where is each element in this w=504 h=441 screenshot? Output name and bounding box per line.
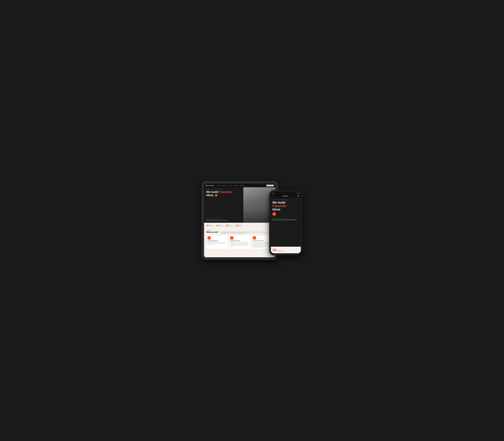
- phone-volume-down-button: [269, 206, 270, 209]
- blockchain-icon: ⬡: [207, 236, 211, 239]
- tablet-hero-title: We build Futuristic Ideas: [206, 190, 241, 197]
- phone-volume-up-button: [269, 202, 270, 205]
- phone-navbar: ≡ arieotech. 🔍: [271, 194, 301, 198]
- nav-resources[interactable]: Resources: [234, 185, 238, 186]
- phone-logo-text: arieotech.: [283, 195, 288, 197]
- tablet-hero-subtitle: Deploying Cutting-edge Solutions for Bus…: [206, 220, 241, 221]
- api-card-title: App/API Micro Services: [230, 240, 250, 241]
- cloud-card-desc: A certified Cloud experts team in all cl…: [253, 242, 272, 248]
- wifi-icon: ▾: [296, 193, 296, 194]
- phone-device: 3:09 ▲ ▾ ▲ 78% ≡ arieotech. 🔍 FROM CREAT…: [270, 190, 302, 255]
- tablet-hero-left: FROM CREATIVE IDEA TO LAUNCHING We build…: [204, 187, 243, 223]
- phone-hero-title: We build Futuristic Ideas: [272, 201, 299, 211]
- tablet-navbar: arieotech. Home Transformations Industri…: [204, 184, 275, 187]
- phone-title-futuristic: Futuristic: [272, 204, 286, 208]
- stat-projects-label: PROJECTSWORLDWIDE: [219, 224, 224, 227]
- battery-indicator: 78%: [298, 193, 299, 194]
- api-icon-symbol: ⊟: [231, 237, 232, 239]
- phone-title-we-build: We build: [272, 201, 285, 204]
- logo-icon: [206, 185, 208, 186]
- services-description: Arieotech's proven solutions make techno…: [221, 230, 273, 234]
- stat-projects-number: 2k: [216, 224, 218, 227]
- arrow-icon: ↗: [273, 213, 275, 215]
- phone-status-icons: ▲ ▾ ▲ 78%: [295, 193, 299, 194]
- stat-conferences-label: VISITEDCONFERENCES: [229, 224, 234, 227]
- tablet-nav-links: Home Transformations Industries Resource…: [217, 185, 265, 186]
- api-icon: ⊟: [230, 236, 233, 239]
- tablet-stats-section: 15 YEARS OFEXPERIENCE 2k PROJECTSWORLDWI…: [204, 223, 275, 228]
- cloud-card-title: Enterprise Cloud Services: [253, 240, 272, 241]
- phone-cta-button[interactable]: ↗: [272, 212, 276, 216]
- cloud-icon-symbol: ☁: [253, 237, 255, 239]
- title-futuristic: Futuristic: [219, 190, 232, 194]
- blockchain-card-desc: Blockchain development services help tra…: [207, 242, 227, 245]
- stat-certs-label: MASTERCERTIF...: [239, 224, 242, 227]
- title-we-build: We build Futuristic: [206, 190, 232, 194]
- search-icon[interactable]: 🔍: [297, 195, 299, 197]
- phone-stat-label: MASTERCERTIFICATIONS: [278, 250, 285, 252]
- stat-certs-number: 32: [236, 224, 238, 227]
- stat-years-label: YEARS OFEXPERIENCE: [209, 224, 214, 227]
- stat-conferences-number: 23: [226, 224, 228, 227]
- services-heading: What we do?: [206, 231, 218, 233]
- nav-home[interactable]: Home: [217, 185, 220, 186]
- phone-power-button: [302, 206, 302, 212]
- title-ideas: Ideas: [206, 193, 218, 197]
- phone-eyebrow: FROM CREATIVE IDEA TO LAUNCHING: [272, 199, 299, 200]
- nav-company[interactable]: Company: [239, 185, 243, 186]
- phone-stats-section: 32 MASTERCERTIFICATIONS: [271, 247, 301, 253]
- service-cards-container: ⬡ Blockchain Development Blockchain deve…: [206, 235, 273, 249]
- blockchain-icon-symbol: ⬡: [208, 237, 210, 239]
- stat-projects: 2k PROJECTSWORLDWIDE: [216, 224, 223, 227]
- orange-dot-decoration: [215, 194, 218, 197]
- tablet-device: arieotech. Home Transformations Industri…: [202, 182, 278, 259]
- phone-hero-subtitle: Deploying Cutting-edge Solutions for Bus…: [272, 219, 299, 220]
- services-header: Our Services What we do? Arieotech's pro…: [206, 230, 273, 234]
- tablet-logo-text: arieotech.: [208, 185, 215, 186]
- tablet-logo: arieotech.: [206, 185, 215, 186]
- stat-years-number: 15: [206, 224, 209, 227]
- phone-partner-label: YOUR PARTNER IN DIGITAL JOURNEY: [272, 218, 299, 219]
- tablet-services-section: Our Services What we do? Arieotech's pro…: [204, 228, 275, 257]
- our-services-label: Our Services: [206, 230, 218, 231]
- blockchain-card-title: Blockchain Development: [207, 240, 227, 241]
- service-card-api: ⊟ App/API Micro Services We have some of…: [229, 235, 251, 249]
- phone-stat-number: 32: [272, 248, 276, 252]
- nav-transformations[interactable]: Transformations: [221, 185, 227, 186]
- tablet-partner-label: YOUR PARTNER IN DIGITAL JOURNEY: [206, 219, 241, 219]
- phone-time: 3:09: [272, 193, 274, 194]
- tablet-eyebrow: FROM CREATIVE IDEA TO LAUNCHING: [206, 189, 241, 190]
- phone-screen: 3:09 ▲ ▾ ▲ 78% ≡ arieotech. 🔍 FROM CREAT…: [271, 192, 301, 253]
- phone-hero-section: FROM CREATIVE IDEA TO LAUNCHING We build…: [271, 198, 301, 247]
- phone-title-ideas: Ideas: [272, 208, 280, 211]
- services-title-block: Our Services What we do?: [206, 230, 218, 234]
- tablet-hero-section: FROM CREATIVE IDEA TO LAUNCHING We build…: [204, 187, 275, 223]
- phone-status-bar: 3:09 ▲ ▾ ▲ 78%: [271, 192, 301, 194]
- hero-divider: [206, 218, 241, 218]
- service-card-blockchain: ⬡ Blockchain Development Blockchain deve…: [206, 235, 228, 249]
- signal-icon: ▲: [295, 193, 296, 194]
- cloud-icon: ☁: [253, 236, 256, 239]
- hamburger-menu-icon[interactable]: ≡: [272, 195, 273, 197]
- nav-industries[interactable]: Industries: [229, 185, 233, 186]
- stat-conferences: 23 VISITEDCONFERENCES: [226, 224, 234, 227]
- hire-top-talent-button[interactable]: Hire Top Talent: [267, 185, 274, 186]
- network-icon: ▲: [297, 193, 297, 194]
- tablet-screen: arieotech. Home Transformations Industri…: [204, 184, 275, 257]
- api-card-desc: We have some of the greatest developers …: [230, 242, 250, 247]
- stat-certifications: 32 MASTERCERTIF...: [236, 224, 242, 227]
- stat-years: 15 YEARS OFEXPERIENCE: [206, 224, 214, 227]
- tablet-hero-content: FROM CREATIVE IDEA TO LAUNCHING We build…: [204, 187, 275, 223]
- scene: arieotech. Home Transformations Industri…: [202, 177, 302, 264]
